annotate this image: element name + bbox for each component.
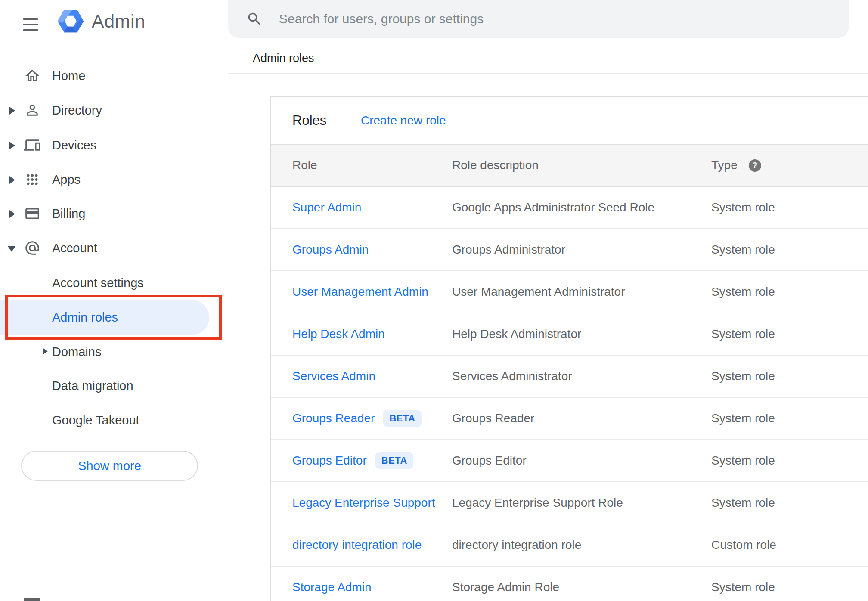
- column-header-role-description: Role description: [452, 145, 539, 186]
- role-description: directory integration role: [452, 524, 581, 566]
- breadcrumb: Admin roles: [253, 52, 314, 65]
- at-sign-icon: [24, 240, 40, 256]
- chevron-right-icon[interactable]: [9, 142, 15, 149]
- role-type: System role: [711, 440, 775, 481]
- table-row: User Management Admin User Management Ad…: [271, 271, 868, 313]
- role-type: System role: [711, 271, 775, 313]
- apps-grid-icon: [24, 171, 40, 188]
- product-name: Admin: [92, 11, 145, 32]
- help-icon[interactable]: ?: [749, 159, 761, 172]
- chevron-right-icon[interactable]: [43, 348, 48, 355]
- table-row: directory integration role directory int…: [271, 524, 868, 567]
- hamburger-menu-icon[interactable]: [23, 18, 38, 31]
- sidebar-item-label[interactable]: Domains: [52, 335, 101, 369]
- search-icon: [246, 11, 263, 27]
- chevron-down-icon[interactable]: [8, 246, 16, 252]
- sidebar-item-devices[interactable]: Devices: [0, 128, 228, 162]
- role-description: Services Administrator: [452, 356, 572, 397]
- sidebar-item-account[interactable]: Account: [0, 231, 228, 265]
- google-admin-console: Admin Search for users, groups or settin…: [0, 0, 868, 601]
- role-description: User Management Administrator: [452, 271, 625, 313]
- sidebar-divider: [0, 579, 220, 579]
- role-description: Google Apps Administrator Seed Role: [452, 187, 654, 228]
- role-type: System role: [711, 567, 775, 601]
- role-link[interactable]: Groups Editor: [292, 454, 367, 468]
- chevron-right-icon[interactable]: [9, 107, 15, 115]
- role-type: System role: [711, 398, 775, 439]
- role-link[interactable]: Groups Reader: [292, 412, 375, 425]
- role-description: Groups Administrator: [452, 229, 565, 270]
- create-new-role-link[interactable]: Create new role: [361, 114, 446, 127]
- sidebar-item-label[interactable]: Directory: [52, 93, 102, 127]
- sidebar-item-directory[interactable]: Directory: [0, 93, 228, 127]
- role-link[interactable]: User Management Admin: [292, 285, 428, 299]
- sidebar-item-billing[interactable]: Billing: [0, 196, 228, 231]
- role-description: Legacy Enterprise Support Role: [452, 482, 623, 524]
- roles-card-header: Roles Create new role: [271, 97, 868, 144]
- app-logo: Admin: [56, 8, 145, 34]
- role-type: System role: [711, 229, 775, 270]
- sidebar-item-domains[interactable]: Domains: [0, 335, 228, 369]
- column-header-type: Type ?: [711, 145, 761, 186]
- feedback-icon[interactable]: [24, 598, 40, 601]
- sidebar-item-label[interactable]: Account: [52, 231, 97, 265]
- role-link[interactable]: Super Admin: [292, 201, 361, 214]
- table-row: Groups Reader BETA Groups Reader System …: [271, 398, 868, 440]
- sidebar-item-label[interactable]: Data migration: [52, 369, 133, 403]
- role-type: Custom role: [711, 524, 776, 566]
- sidebar-item-label[interactable]: Apps: [52, 162, 81, 197]
- sidebar-item-home[interactable]: Home: [0, 59, 228, 93]
- table-row: Groups Editor BETA Groups Editor System …: [271, 440, 868, 482]
- chevron-right-icon[interactable]: [9, 210, 15, 218]
- role-link[interactable]: Storage Admin: [292, 580, 372, 594]
- table-row: Legacy Enterprise Support Legacy Enterpr…: [271, 482, 868, 524]
- show-more-button[interactable]: Show more: [21, 451, 198, 481]
- table-row: Services Admin Services Administrator Sy…: [271, 356, 868, 398]
- sidebar-item-label[interactable]: Billing: [52, 196, 85, 231]
- role-type: System role: [711, 356, 775, 397]
- sidebar-item-google-takeout[interactable]: Google Takeout: [0, 403, 228, 437]
- role-description: Groups Editor: [452, 440, 527, 481]
- home-icon: [24, 68, 40, 84]
- sidebar-item-label[interactable]: Home: [52, 59, 85, 93]
- role-type: System role: [711, 187, 775, 228]
- role-type: System role: [711, 482, 775, 524]
- role-link[interactable]: Services Admin: [292, 369, 375, 383]
- role-link[interactable]: Groups Admin: [292, 243, 369, 257]
- billing-card-icon: [24, 205, 40, 222]
- table-row: Super Admin Google Apps Administrator Se…: [271, 187, 868, 229]
- table-row: Groups Admin Groups Administrator System…: [271, 229, 868, 271]
- beta-badge: BETA: [375, 452, 413, 469]
- role-type: System role: [711, 313, 775, 355]
- admin-hexagon-icon: [56, 8, 85, 34]
- role-description: Help Desk Administrator: [452, 313, 581, 355]
- annotation-red-box: [5, 295, 222, 340]
- column-header-role: Role: [292, 145, 317, 186]
- card-title: Roles: [292, 113, 326, 128]
- sidebar-item-apps[interactable]: Apps: [0, 162, 228, 197]
- role-link[interactable]: directory integration role: [292, 538, 422, 552]
- role-link[interactable]: Help Desk Admin: [292, 327, 385, 341]
- table-row: Help Desk Admin Help Desk Administrator …: [271, 313, 868, 356]
- person-icon: [24, 102, 40, 118]
- breadcrumb-divider: [228, 73, 868, 74]
- role-description: Storage Admin Role: [452, 567, 559, 601]
- search-bar[interactable]: Search for users, groups or settings: [228, 0, 849, 38]
- column-header-type-label: Type: [711, 158, 738, 172]
- table-header-row: Role Role description Type ?: [271, 144, 868, 187]
- roles-card: Roles Create new role Role Role descript…: [270, 96, 868, 601]
- chevron-right-icon[interactable]: [9, 176, 15, 184]
- role-description: Groups Reader: [452, 398, 534, 439]
- beta-badge: BETA: [383, 410, 421, 427]
- table-row: Storage Admin Storage Admin Role System …: [271, 567, 868, 601]
- role-link[interactable]: Legacy Enterprise Support: [292, 496, 435, 510]
- search-input[interactable]: Search for users, groups or settings: [279, 0, 484, 38]
- sidebar-item-label[interactable]: Devices: [52, 128, 96, 162]
- devices-icon: [24, 137, 40, 153]
- sidebar-item-label[interactable]: Google Takeout: [52, 403, 140, 437]
- sidebar-item-data-migration[interactable]: Data migration: [0, 369, 228, 403]
